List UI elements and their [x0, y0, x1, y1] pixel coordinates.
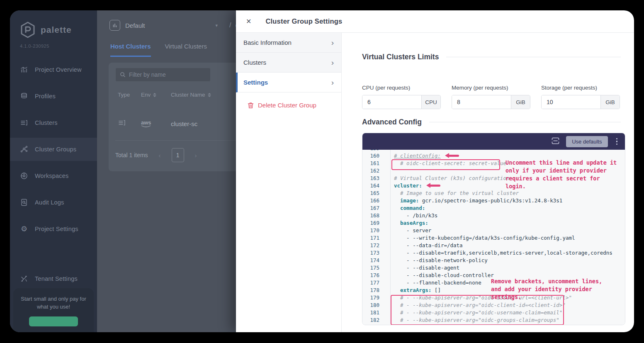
line-number: 171	[362, 234, 391, 242]
modal-nav-settings[interactable]: Settings	[236, 73, 341, 92]
sidebar-item-label: Profiles	[35, 93, 56, 100]
delete-cluster-group-button[interactable]: Delete Cluster Group	[236, 102, 341, 109]
line-number: 176	[362, 272, 391, 279]
line-number: 182	[362, 316, 391, 324]
col-cluster-name[interactable]: Cluster Name	[171, 92, 220, 98]
line-number: 175	[362, 264, 391, 272]
modal-nav-clusters[interactable]: Clusters	[236, 53, 341, 73]
sidebar-item-project-settings[interactable]: ⚙Project Settings	[10, 217, 97, 241]
line-number: 162	[362, 167, 391, 175]
modal-nav-basic-information[interactable]: Basic Information	[236, 33, 341, 53]
app-window: palette 4.1.0-230925 Project OverviewPro…	[10, 10, 634, 332]
code-line-175: 175 - --disable-agent	[362, 264, 625, 272]
project-icon	[109, 20, 120, 31]
workspace-icon	[20, 172, 28, 180]
gear-icon: ⚙	[20, 225, 28, 233]
use-defaults-button[interactable]: Use defaults	[566, 136, 608, 147]
code-area[interactable]: 159160# clientConfig:161 # oidc-client-s…	[362, 150, 625, 325]
storage-input[interactable]	[542, 95, 600, 109]
line-number: 174	[362, 257, 391, 264]
audit-icon	[20, 198, 28, 207]
chevron-right-icon	[331, 38, 334, 47]
line-number: 169	[362, 219, 391, 227]
nodes-icon	[20, 145, 28, 153]
modal-title: Cluster Group Settings	[265, 17, 342, 25]
sidebar-item-workspaces[interactable]: Workspaces	[10, 164, 97, 187]
code-line-172: 172 - --data-dir=/data	[362, 242, 625, 249]
kebab-menu-icon[interactable]	[615, 137, 620, 146]
line-number: 178	[362, 287, 391, 294]
sidebar-item-label: Cluster Groups	[35, 146, 76, 153]
sidebar: palette 4.1.0-230925 Project OverviewPro…	[10, 10, 97, 332]
sidebar-item-label: Workspaces	[35, 173, 69, 179]
code-line-165: 165 # Image to use for the virtual clust…	[362, 190, 625, 197]
code-line-171: 171 - --write-kubeconfig=/data/k3s-confi…	[362, 234, 625, 242]
app-version: 4.1.0-230925	[20, 44, 49, 49]
close-icon[interactable]	[246, 17, 251, 25]
limit-fields: CPU (per requests)CPUMemory (per request…	[362, 85, 621, 109]
filter-input[interactable]: Filter by name	[115, 68, 211, 82]
code-line-180: 180 # - --kube-apiserver-arg="oidc-clien…	[362, 302, 625, 309]
annotation-client-secret: Uncomment this line and update it only i…	[505, 159, 622, 190]
divider	[429, 122, 621, 122]
sidebar-menu: Project OverviewProfilesClustersCluster …	[10, 58, 97, 294]
unit-label: GiB	[600, 95, 620, 109]
col-type[interactable]: Type	[115, 92, 141, 98]
editor-toolbar: Use defaults	[362, 133, 625, 150]
prev-page-icon[interactable]: ‹	[159, 152, 161, 159]
filter-placeholder: Filter by name	[129, 71, 166, 78]
field-storage: Storage (per requests)GiB	[541, 85, 620, 109]
cpu-input[interactable]	[362, 95, 421, 109]
line-number: 170	[362, 227, 391, 234]
advanced-config-heading: Advanced Config	[362, 118, 422, 126]
trash-icon	[248, 102, 254, 109]
project-selector[interactable]: Default	[109, 20, 145, 31]
line-number: 179	[362, 294, 391, 302]
line-number: 163	[362, 175, 391, 182]
memory-input[interactable]	[452, 95, 511, 109]
line-number: 173	[362, 249, 391, 257]
modal-nav: Basic InformationClustersSettings Delete…	[236, 33, 342, 332]
upgrade-button[interactable]	[29, 316, 78, 326]
line-number: 166	[362, 197, 391, 204]
sidebar-item-clusters[interactable]: Clusters	[10, 111, 97, 134]
page-number[interactable]: 1	[172, 148, 184, 162]
promo-text: Start small and only pay for what you us…	[19, 295, 88, 311]
logo: palette	[19, 21, 72, 39]
pink-arrow-icon	[426, 183, 441, 188]
tab-host-clusters[interactable]: Host Clusters	[110, 43, 151, 57]
sidebar-item-profiles[interactable]: Profiles	[10, 85, 97, 108]
sort-icon	[153, 93, 156, 97]
line-number: 167	[362, 204, 391, 212]
sidebar-item-cluster-groups[interactable]: Cluster Groups	[10, 138, 97, 161]
search-icon	[120, 72, 126, 78]
modal-nav-items: Basic InformationClustersSettings	[236, 33, 341, 92]
split-view-icon[interactable]	[552, 137, 559, 146]
total-items: Total 1 items	[115, 152, 148, 158]
tab-virtual-clusters[interactable]: Virtual Clusters	[165, 43, 207, 57]
field-cpu: CPU (per requests)CPU	[362, 85, 441, 109]
col-env[interactable]: Env	[141, 92, 171, 98]
line-number: 180	[362, 302, 391, 309]
sidebar-item-label: Tenant Settings	[35, 275, 78, 282]
nav-item-label: Settings	[243, 79, 268, 86]
chevron-down-icon[interactable]: ▾	[216, 23, 218, 28]
line-number: 161	[362, 160, 391, 167]
modal-header: Cluster Group Settings	[236, 10, 634, 33]
line-number: 177	[362, 279, 391, 287]
breadcrumb-separator: /	[229, 22, 231, 29]
code-line-170: 170 - server	[362, 227, 625, 234]
sidebar-item-tenant-settings[interactable]: Tenant Settings	[10, 267, 97, 290]
line-number: 160	[362, 152, 391, 160]
project-name: Default	[125, 22, 145, 29]
sidebar-item-label: Audit Logs	[35, 199, 64, 206]
sidebar-item-audit-logs[interactable]: Audit Logs	[10, 191, 97, 214]
chevron-right-icon	[331, 78, 334, 87]
sidebar-item-project-overview[interactable]: Project Overview	[10, 58, 97, 81]
sidebar-item-label: Project Settings	[35, 226, 78, 232]
field-label: Storage (per requests)	[541, 85, 620, 91]
promo-panel: Start small and only pay for what you us…	[13, 288, 94, 332]
chart-icon	[20, 66, 28, 74]
code-line-168: 168 - /bin/k3s	[362, 212, 625, 219]
next-page-icon[interactable]: ›	[195, 152, 197, 159]
